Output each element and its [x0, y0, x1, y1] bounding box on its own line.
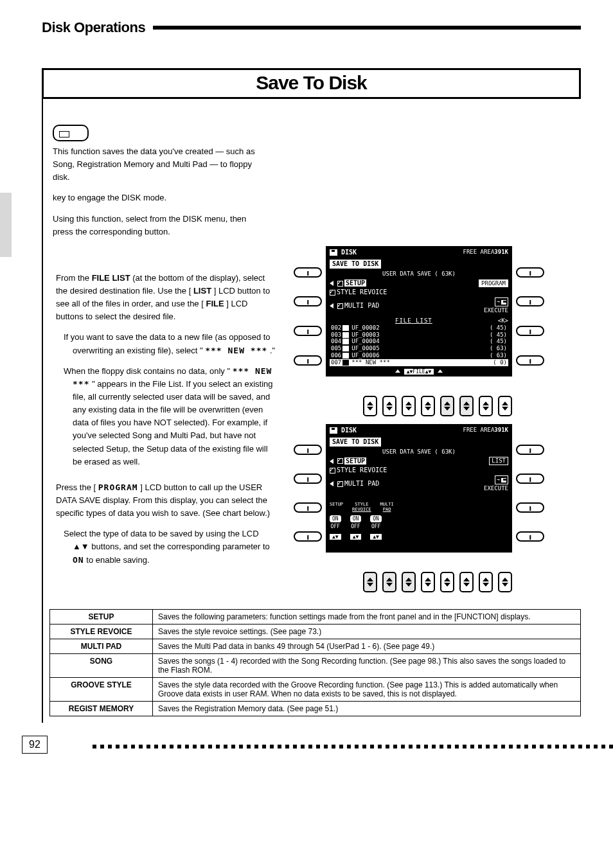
left-pill-col-2 [294, 424, 322, 553]
table-row: MULTI PADSaves the Multi Pad data in ban… [50, 639, 581, 653]
disk-mode-button-icon [53, 125, 89, 141]
step-1c: When the floppy disk contains no data, o… [56, 365, 276, 468]
updown-button[interactable] [363, 572, 377, 592]
updown-button[interactable] [459, 572, 474, 592]
soft-button[interactable] [294, 502, 322, 513]
soft-button[interactable] [516, 445, 544, 455]
intro-hint: key to engage the DISK mode. [49, 191, 581, 204]
soft-button[interactable] [516, 326, 544, 336]
updown-button[interactable] [479, 396, 493, 416]
updown-button[interactable] [363, 396, 377, 416]
table-row: GROOVE STYLESaves the style data recorde… [50, 677, 581, 701]
updown-button[interactable] [402, 572, 416, 592]
program-options: SETUP STYLESTYLE REVOICEREVOICE MULTIPAD [330, 502, 508, 513]
file-list-row[interactable]: 002UF_00002( 45) [330, 324, 508, 332]
user-data-save-label: USER DATA SAVE ( 63K) [326, 269, 512, 279]
table-row: SONGSaves the songs (1 - 4) recorded wit… [50, 653, 581, 677]
left-pill-col-1 [294, 246, 322, 376]
file-list-row[interactable]: 005UF_00005( 63) [330, 345, 508, 352]
data-type-table: SETUPSaves the following parameters: fun… [49, 609, 581, 716]
updown-button[interactable] [498, 572, 512, 592]
execute-icon[interactable]: → [495, 475, 508, 484]
soft-button[interactable] [294, 531, 322, 542]
header-rule [153, 26, 581, 30]
section-title: Disk Operations [42, 19, 145, 36]
side-tab [0, 193, 12, 257]
soft-button[interactable] [516, 531, 544, 542]
file-list-row[interactable]: 004UF_00004( 45) [330, 338, 508, 345]
file-list-header: FILE LIST [395, 317, 432, 324]
step-2b: Select the type of data to be saved by u… [56, 527, 276, 566]
main-title-bar: Save To Disk [42, 68, 581, 99]
intro-p1: This function saves the data you've crea… [49, 145, 581, 184]
soft-button[interactable] [516, 267, 544, 278]
soft-button[interactable] [294, 326, 322, 336]
save-to-disk-tab: SAVE TO DISK [330, 260, 381, 269]
step-1b: If you want to save the data to a new fi… [56, 331, 276, 357]
main-title: Save To Disk [256, 72, 367, 93]
list-lcd-button[interactable]: LIST [489, 457, 508, 465]
soft-button[interactable] [294, 296, 322, 306]
soft-button[interactable] [516, 296, 544, 306]
file-list-row[interactable]: 006UF_00006( 63) [330, 352, 508, 359]
updown-row-2 [294, 572, 581, 592]
soft-button[interactable] [294, 445, 322, 455]
step-1: From the FILE LIST (at the bottom of the… [56, 272, 276, 324]
footer-dots [93, 745, 613, 748]
step-2: Press the [ PROGRAM ] LCD button to call… [56, 481, 276, 520]
updown-button[interactable] [421, 572, 435, 592]
updown-button[interactable] [382, 572, 396, 592]
file-nav-indicator: ▲▼FILE▲▼ [404, 369, 434, 375]
checkbox-icon [337, 281, 343, 287]
updown-row-1 [294, 396, 581, 416]
right-pill-col-1 [516, 246, 544, 376]
table-row: REGIST MEMORYSaves the Registration Memo… [50, 701, 581, 716]
intro-p2: Using this function, select from the DIS… [49, 213, 581, 238]
lcd-screen-2: DISK FREE AREA391K SAVE TO DISK USER DAT… [326, 424, 512, 553]
program-lcd-button[interactable]: PROGRAM [479, 279, 508, 288]
soft-button[interactable] [294, 355, 322, 366]
updown-button[interactable] [498, 396, 512, 416]
updown-button[interactable] [440, 396, 454, 416]
lcd-screen-1: DISK FREE AREA391K SAVE TO DISK USER DAT… [326, 246, 512, 376]
file-list-row-new[interactable]: 007*** NEW *** ( 0) [330, 359, 508, 366]
updown-button[interactable] [421, 396, 435, 416]
updown-button[interactable] [479, 572, 493, 592]
floppy-icon [330, 249, 337, 256]
updown-button[interactable] [382, 396, 396, 416]
table-row: STYLE REVOICESaves the style revoice set… [50, 624, 581, 639]
file-list-row[interactable]: 003UF_00003( 45) [330, 332, 508, 339]
page-number: 92 [22, 736, 48, 754]
soft-button[interactable] [516, 474, 544, 484]
updown-button[interactable] [440, 572, 454, 592]
execute-icon[interactable]: → [495, 297, 508, 306]
soft-button[interactable] [516, 355, 544, 366]
right-pill-col-2 [516, 424, 544, 553]
table-row: SETUPSaves the following parameters: fun… [50, 609, 581, 624]
soft-button[interactable] [516, 502, 544, 513]
updown-button[interactable] [459, 396, 474, 416]
updown-button[interactable] [402, 396, 416, 416]
soft-button[interactable] [294, 267, 322, 278]
floppy-icon [330, 427, 337, 434]
soft-button[interactable] [294, 474, 322, 484]
